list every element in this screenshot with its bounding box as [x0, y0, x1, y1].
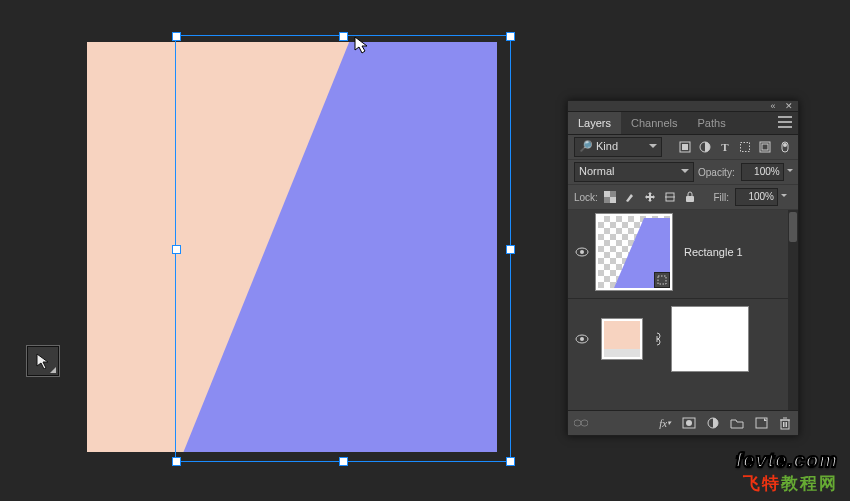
layer-fx-icon[interactable]: fx▾: [658, 416, 672, 430]
panel-menu-icon[interactable]: [778, 116, 792, 128]
watermark-text-a: 飞特: [743, 474, 781, 493]
filter-adjustment-icon[interactable]: [698, 140, 712, 154]
shape-badge-icon: [654, 272, 670, 288]
link-icon[interactable]: [650, 332, 664, 346]
visibility-eye-icon[interactable]: [574, 244, 590, 260]
tab-channels[interactable]: Channels: [621, 112, 687, 134]
transform-handle-se[interactable]: [506, 457, 515, 466]
filter-pixel-icon[interactable]: [678, 140, 692, 154]
transform-handle-n[interactable]: [339, 32, 348, 41]
layers-panel: « ✕ Layers Channels Paths 🔎Kind T Normal…: [567, 100, 799, 436]
lock-transparency-icon[interactable]: [602, 190, 618, 204]
layer-thumb[interactable]: [596, 214, 672, 290]
svg-rect-12: [604, 191, 610, 197]
scrollbar[interactable]: [788, 210, 798, 410]
transform-handle-sw[interactable]: [172, 457, 181, 466]
filter-smart-icon[interactable]: [758, 140, 772, 154]
svg-marker-2: [37, 354, 48, 369]
svg-rect-6: [741, 143, 750, 152]
transform-handle-ne[interactable]: [506, 32, 515, 41]
filter-toggle-icon[interactable]: [778, 140, 792, 154]
path-selection-tool[interactable]: [27, 346, 59, 376]
lock-move-icon[interactable]: [642, 190, 658, 204]
transform-handle-s[interactable]: [339, 457, 348, 466]
layers-list: Rectangle 1: [568, 210, 798, 411]
lock-artboard-icon[interactable]: [662, 190, 678, 204]
layer-mask-icon[interactable]: [682, 416, 696, 430]
tab-paths[interactable]: Paths: [688, 112, 736, 134]
layer-row[interactable]: [568, 303, 798, 375]
svg-rect-8: [762, 144, 768, 150]
opacity-label: Opacity:: [698, 167, 735, 178]
lock-paint-icon[interactable]: [622, 190, 638, 204]
canvas[interactable]: [87, 42, 497, 452]
svg-point-22: [580, 337, 584, 341]
layer-mask-thumb[interactable]: [672, 307, 748, 371]
visibility-eye-icon[interactable]: [574, 331, 590, 347]
adjustment-layer-icon[interactable]: [706, 416, 720, 430]
watermark-url: fevte.com: [736, 449, 838, 472]
watermark: fevte.com 飞特教程网: [736, 449, 838, 495]
close-icon[interactable]: ✕: [784, 102, 794, 110]
filter-kind-select[interactable]: 🔎Kind: [574, 137, 662, 157]
layer-row[interactable]: Rectangle 1: [568, 210, 798, 294]
svg-marker-0: [177, 42, 497, 452]
lock-label: Lock:: [574, 192, 598, 203]
tab-layers[interactable]: Layers: [568, 112, 621, 134]
opacity-input[interactable]: 100%: [741, 163, 784, 181]
layer-thumb[interactable]: [602, 319, 642, 359]
new-layer-icon[interactable]: [754, 416, 768, 430]
link-layers-icon[interactable]: [574, 416, 588, 430]
filter-type-icon[interactable]: T: [718, 140, 732, 154]
filter-shape-icon[interactable]: [738, 140, 752, 154]
svg-point-26: [686, 420, 692, 426]
transform-handle-e[interactable]: [506, 245, 515, 254]
svg-rect-20: [658, 276, 666, 284]
fill-input[interactable]: 100%: [735, 188, 778, 206]
watermark-text-b: 教程网: [781, 474, 838, 493]
transform-handle-nw[interactable]: [172, 32, 181, 41]
new-group-icon[interactable]: [730, 416, 744, 430]
blend-mode-value: Normal: [579, 165, 614, 177]
svg-rect-23: [574, 420, 581, 426]
fill-label: Fill:: [713, 192, 729, 203]
svg-rect-24: [581, 420, 588, 426]
delete-layer-icon[interactable]: [778, 416, 792, 430]
filter-kind-label: Kind: [596, 140, 618, 152]
svg-rect-13: [610, 197, 616, 203]
blend-mode-select[interactable]: Normal: [574, 162, 694, 182]
collapse-icon[interactable]: «: [768, 102, 778, 110]
lock-all-icon[interactable]: [682, 190, 698, 204]
svg-point-10: [783, 143, 787, 147]
layer-name[interactable]: Rectangle 1: [684, 246, 743, 258]
rectangle-shape[interactable]: [87, 42, 497, 452]
svg-point-18: [580, 250, 584, 254]
svg-rect-16: [686, 196, 694, 202]
svg-rect-4: [682, 144, 688, 150]
